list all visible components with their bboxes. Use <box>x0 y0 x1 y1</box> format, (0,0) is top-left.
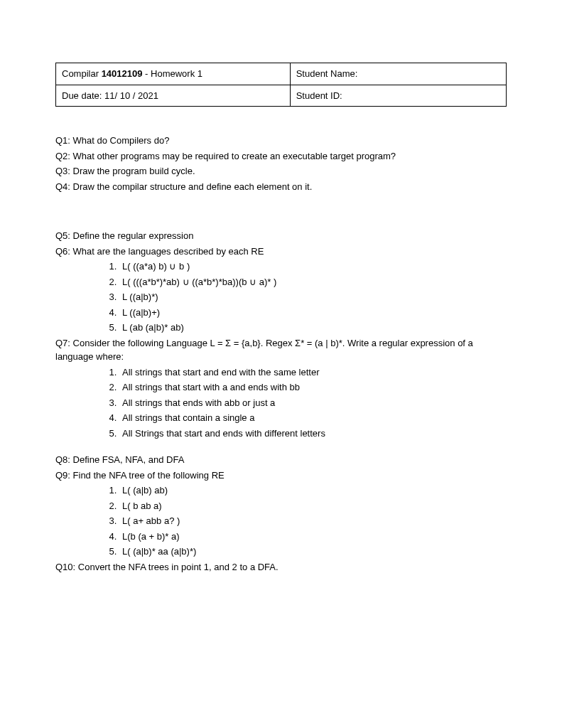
q7-item-4: All strings that contain a single a <box>119 411 507 425</box>
question-8: Q8: Define FSA, NFA, and DFA <box>55 453 507 467</box>
question-1: Q1: What do Compilers do? <box>55 134 507 148</box>
course-cell: Compilar 14012109 - Homework 1 <box>56 63 291 85</box>
header-row-1: Compilar 14012109 - Homework 1 Student N… <box>56 63 507 85</box>
question-5: Q5: Define the regular expression <box>55 229 507 243</box>
q9-item-3: L( a+ abb a? ) <box>119 514 507 528</box>
q6-item-3: L ((a|b)*) <box>119 290 507 304</box>
question-3: Q3: Draw the program build cycle. <box>55 164 507 178</box>
question-2: Q2: What other programs may be required … <box>55 149 507 164</box>
q6-item-5: L (ab (a|b)* ab) <box>119 321 507 335</box>
header-table: Compilar 14012109 - Homework 1 Student N… <box>55 63 507 107</box>
course-suffix: - Homework 1 <box>142 68 202 79</box>
student-id-cell: Student ID: <box>290 85 506 107</box>
course-prefix: Compilar <box>62 68 102 79</box>
q7-item-1: All strings that start and end with the … <box>119 365 507 380</box>
q6-list: L( ((a*a) b) ∪ b ) L( (((a*b*)*ab) ∪ ((a… <box>119 259 507 335</box>
question-6: Q6: What are the languages described by … <box>55 245 507 259</box>
q6-item-4: L ((a|b)+) <box>119 306 507 320</box>
course-code: 14012109 <box>102 68 143 79</box>
due-date-cell: Due date: 11/ 10 / 2021 <box>56 85 291 107</box>
q9-item-2: L( b ab a) <box>119 499 507 513</box>
student-name-cell: Student Name: <box>290 63 506 85</box>
q9-item-4: L(b (a + b)* a) <box>119 530 507 544</box>
q6-item-2: L( (((a*b*)*ab) ∪ ((a*b*)*ba))(b ∪ a)* ) <box>119 275 507 289</box>
question-4: Q4: Draw the compilar structure and defi… <box>55 180 507 194</box>
q7-list: All strings that start and end with the … <box>119 365 507 441</box>
q7-item-3: All strings that ends with abb or just a <box>119 396 507 410</box>
question-10: Q10: Convert the NFA trees in point 1, a… <box>55 560 507 574</box>
question-9: Q9: Find the NFA tree of the following R… <box>55 469 507 483</box>
q6-item-1: L( ((a*a) b) ∪ b ) <box>119 259 507 274</box>
header-row-2: Due date: 11/ 10 / 2021 Student ID: <box>56 85 507 107</box>
q7-item-5: All Strings that start and ends with dif… <box>119 427 507 441</box>
q9-item-5: L( (a|b)* aa (a|b)*) <box>119 545 507 559</box>
q9-list: L( (a|b) ab) L( b ab a) L( a+ abb a? ) L… <box>119 483 507 559</box>
q7-item-2: All strings that start with a and ends w… <box>119 380 507 395</box>
q9-item-1: L( (a|b) ab) <box>119 483 507 498</box>
question-7: Q7: Consider the following Language L = … <box>55 336 507 364</box>
